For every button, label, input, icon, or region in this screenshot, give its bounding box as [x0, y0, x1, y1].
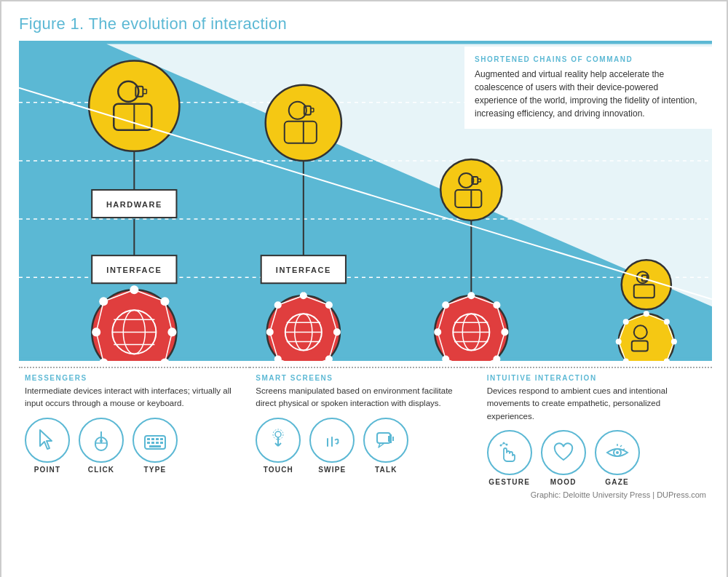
touch-label: TOUCH: [264, 466, 293, 474]
gaze-icon-circle: [595, 430, 640, 475]
swipe-label: SWIPE: [318, 466, 346, 474]
mood-label: MOOD: [550, 478, 577, 486]
svg-rect-144: [151, 442, 154, 444]
svg-rect-145: [156, 442, 159, 444]
svg-rect-141: [156, 438, 159, 440]
type-label: TYPE: [144, 466, 167, 474]
footer: Graphic: Deloitte University Press | DUP…: [19, 490, 712, 499]
svg-line-170: [623, 449, 625, 450]
messengers-text: Intermediate devices interact with inter…: [25, 385, 244, 410]
smart-screens-title: SMART SCREENS: [256, 374, 475, 382]
svg-point-167: [616, 451, 619, 454]
annotation-text: Augmented and virtual reality help accel…: [475, 68, 702, 120]
smart-screens-text: Screens manipulated based on environment…: [256, 385, 475, 410]
svg-rect-140: [151, 438, 154, 440]
type-icon-item: TYPE: [132, 418, 178, 474]
gaze-icon-item: GAZE: [595, 430, 640, 486]
intuitive-icons: GESTURE MOOD: [487, 430, 706, 486]
svg-line-164: [501, 443, 504, 445]
mood-icon-item: MOOD: [541, 430, 586, 486]
intuitive-text: Devices respond to ambient cues and inte…: [487, 385, 706, 423]
svg-point-98: [434, 328, 441, 335]
annotation-box: SHORTENED CHAINS OF COMMAND Augmented an…: [464, 47, 712, 129]
diagram-area: HARDWARE INTERFACE: [19, 41, 712, 361]
click-icon-item: CLICK: [79, 418, 124, 474]
svg-text:INTERFACE: INTERFACE: [106, 266, 162, 274]
svg-point-148: [275, 431, 281, 437]
svg-rect-139: [147, 438, 150, 440]
messengers-section: MESSENGERS Intermediate devices interact…: [19, 367, 250, 486]
type-icon-circle: [132, 418, 178, 463]
messengers-icons: POINT CLICK: [25, 418, 244, 474]
click-label: CLICK: [88, 466, 115, 474]
svg-rect-147: [149, 445, 161, 447]
svg-marker-155: [335, 442, 339, 445]
gesture-label: GESTURE: [488, 478, 530, 486]
point-icon-circle: [25, 418, 70, 463]
gesture-icon-circle: [487, 430, 532, 475]
page-title: Figure 1. The evolution of interaction: [19, 15, 712, 33]
bottom-sections: MESSENGERS Intermediate devices interact…: [19, 367, 712, 486]
annotation-heading: SHORTENED CHAINS OF COMMAND: [475, 55, 702, 63]
svg-point-136: [100, 439, 103, 442]
svg-point-33: [92, 327, 100, 336]
mood-icon-circle: [541, 430, 586, 475]
swipe-icon-item: SWIPE: [309, 418, 355, 474]
gesture-icon-item: GESTURE: [487, 430, 532, 486]
svg-rect-143: [147, 442, 150, 444]
smart-screens-icons: TOUCH SWIPE: [256, 418, 475, 474]
talk-icon-item: TALK: [363, 418, 408, 474]
svg-rect-146: [160, 442, 163, 444]
smart-screens-section: SMART SCREENS Screens manipulated based …: [250, 367, 480, 486]
gaze-label: GAZE: [605, 478, 629, 486]
swipe-icon-circle: [309, 418, 355, 463]
point-icon-item: POINT: [25, 418, 70, 474]
svg-text:HARDWARE: HARDWARE: [106, 200, 162, 209]
svg-marker-132: [40, 430, 52, 449]
svg-rect-142: [160, 438, 163, 440]
messengers-title: MESSENGERS: [25, 374, 244, 382]
svg-line-169: [620, 445, 622, 447]
touch-icon-circle: [256, 418, 301, 463]
point-label: POINT: [34, 466, 61, 474]
touch-icon-item: TOUCH: [256, 418, 301, 474]
page: Figure 1. The evolution of interaction H…: [1, 1, 728, 577]
svg-text:INTERFACE: INTERFACE: [276, 266, 331, 274]
intuitive-title: INTUITIVE INTERACTION: [487, 374, 706, 382]
intuitive-section: INTUITIVE INTERACTION Devices respond to…: [481, 367, 712, 486]
talk-icon-circle: [363, 418, 408, 463]
talk-label: TALK: [375, 466, 397, 474]
click-icon-circle: [79, 418, 124, 463]
